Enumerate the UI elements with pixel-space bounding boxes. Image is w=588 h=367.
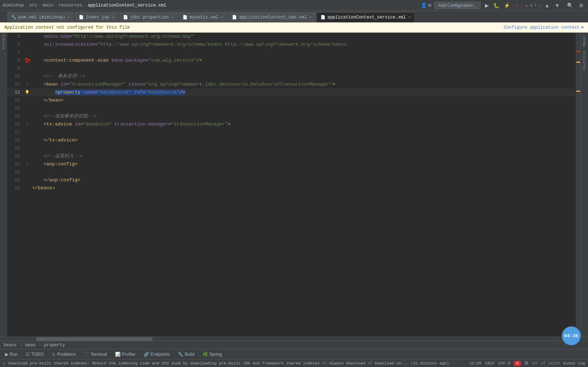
tab-todo[interactable]: ☑ TODO (22, 351, 47, 358)
line-content-20[interactable]: <!--设置织入--> (31, 152, 576, 160)
tab-build[interactable]: 🔧 Build (174, 351, 198, 358)
line-content-8[interactable]: <context:component-scan base-package="co… (31, 57, 576, 65)
line-num-18: 18 (7, 136, 24, 144)
maven-label[interactable]: Maven (582, 33, 587, 49)
error-count-area: ⊗ 1 ⚠ 1 ℹ 1 ▲ ▼ (514, 2, 563, 9)
chevron-down-icon[interactable]: ▼ (553, 2, 561, 9)
gear-icon[interactable]: ⚙ (577, 2, 585, 9)
encoding-display[interactable]: CRLF (485, 361, 495, 366)
breadcrumb-src[interactable]: src (29, 3, 37, 8)
line-content-18[interactable]: </tx:advice> (31, 136, 576, 144)
gutter-5 (24, 33, 31, 41)
tab-service[interactable]: 📄 applicationContext_service.xml × (317, 12, 415, 22)
tab-mybatis-label: mybatis.xml (189, 15, 218, 20)
configure-label[interactable]: Configure application context (504, 25, 580, 30)
code-line-18: 18 </tx:advice> (7, 136, 576, 144)
warning-badge[interactable]: ⚠ 1 (525, 3, 532, 8)
settings-icon[interactable]: ⚙ (581, 25, 584, 30)
horizontal-scrollbar[interactable] (0, 337, 588, 341)
endpoints-tab-icon: 🔗 (144, 352, 149, 357)
code-line-20: 20 <!--设置织入--> (7, 152, 576, 160)
charset-display[interactable]: UTF-8 (498, 361, 510, 366)
tab-mybatis[interactable]: 📄 mybatis.xml × (179, 12, 227, 22)
error-badge[interactable]: ⊗ 1 (516, 3, 523, 8)
info-badge[interactable]: ℹ 1 (535, 3, 541, 8)
tab-endpoints[interactable]: 🔗 Endpoints (140, 351, 173, 358)
line-content-10[interactable]: <!-- 事务管理--> (31, 73, 576, 81)
code-line-23: 23 </aop:config> (7, 176, 576, 184)
debug-button[interactable]: 🐛 (492, 2, 501, 9)
code-line-9: 9 (7, 65, 576, 73)
line-num-13: 13 (7, 96, 24, 104)
tab-index[interactable]: 📄 index.jsp × (75, 12, 118, 22)
structure-bean[interactable]: bean (25, 343, 36, 348)
line-content-12[interactable]: <property name="dataSource" ref="dataSou… (31, 88, 576, 96)
todo-tab-label: TODO (31, 352, 44, 357)
tab-dao[interactable]: 📄 applicationContext_dao.xml × (228, 12, 316, 22)
structure-beans[interactable]: beans (4, 343, 17, 348)
line-content-21[interactable]: <aop:config> (31, 160, 576, 168)
line-content-23[interactable]: </aop:config> (31, 176, 576, 184)
line-col-display[interactable]: 12:55 (470, 361, 482, 366)
line-content-15[interactable]: <!--添加事务的切面--> (31, 112, 576, 120)
tab-run[interactable]: ▶ Run (1, 351, 21, 358)
line-content-11[interactable]: <bean id="transactionManager" class="org… (31, 81, 576, 88)
tab-pom-close[interactable]: × (68, 15, 70, 20)
tab-jdbc[interactable]: 📄 jdbc.properties × (119, 12, 178, 22)
tab-pom[interactable]: 🔧 pom.xml (mimishop) × (7, 12, 74, 22)
line-content-16[interactable]: <tx:advice id="myadvice" transaction-man… (31, 120, 576, 128)
tab-mybatis-close[interactable]: × (221, 15, 224, 20)
project-label[interactable]: Project (2, 34, 6, 49)
breadcrumb-file[interactable]: applicationContext_service.xml (88, 3, 166, 8)
run-tab-icon: ▶ (5, 352, 8, 357)
line-content-7[interactable] (31, 49, 576, 57)
tab-index-close[interactable]: × (112, 15, 114, 20)
input-method-icon[interactable]: S (514, 361, 521, 366)
line-content-17[interactable] (31, 128, 576, 136)
line-content-5[interactable]: xmlns:aop="http://www.springframework.or… (31, 33, 576, 41)
line-content-9[interactable] (31, 65, 576, 73)
gutter-24 (24, 184, 31, 192)
clock-badge[interactable]: 04:36 (562, 326, 581, 345)
fold-icon-21[interactable]: ▽ (26, 160, 28, 168)
gutter-12: 💡 (24, 88, 31, 96)
line-content-19[interactable] (31, 144, 576, 152)
tab-dao-close[interactable]: × (309, 15, 312, 20)
tab-problems[interactable]: ⚠ Problems (48, 351, 79, 358)
line-num-7: 7 (7, 49, 24, 57)
tab-terminal[interactable]: ⬛ Terminal (80, 351, 110, 358)
code-line-12: 12 💡 <property name="dataSource" ref="da… (7, 88, 576, 96)
line-content-22[interactable] (31, 168, 576, 176)
breadcrumb-app[interactable]: mimishop (3, 3, 24, 8)
line-content-24[interactable]: </beans> (31, 184, 576, 192)
structure-property[interactable]: property (44, 343, 65, 348)
chevron-up-icon[interactable]: ▲ (543, 2, 551, 9)
search-icon[interactable]: 🔍 (565, 2, 575, 9)
build-tab-label: Build (185, 352, 195, 357)
scroll-panel[interactable] (576, 33, 581, 337)
line-content-6[interactable]: xsi:schemaLocation="http://www.springfra… (31, 41, 576, 49)
event-log-label[interactable]: Event Log (564, 361, 585, 366)
code-line-11: 11 ▽ <bean id="transactionManager" class… (7, 81, 576, 88)
run-config-button[interactable]: ⚡ (502, 2, 511, 9)
user-icon[interactable]: 👤 (421, 2, 427, 8)
line-content-13[interactable]: </bean> (31, 96, 576, 104)
scrollbar-h-thumb[interactable] (36, 337, 152, 341)
breadcrumb-resources[interactable]: resources (59, 3, 82, 8)
fold-icon-16[interactable]: ▽ (26, 120, 28, 128)
favorites-label[interactable]: Favorites (582, 49, 587, 73)
run-button[interactable]: ▶ (483, 2, 490, 9)
tab-spring[interactable]: 🌿 Spring (199, 351, 226, 358)
tab-service-close[interactable]: × (408, 15, 411, 20)
code-line-24: 24 </beans> (7, 184, 576, 192)
lang-display[interactable]: 英 (524, 360, 528, 366)
tab-jdbc-close[interactable]: × (172, 15, 174, 20)
configure-context-btn[interactable]: Configure application context ⚙ (504, 25, 584, 30)
settings-icon[interactable]: ⚙ (428, 2, 431, 8)
breadcrumb-main[interactable]: main (43, 3, 53, 8)
fold-icon-11[interactable]: ▽ (26, 81, 28, 88)
code-editor[interactable]: 5 xmlns:aop="http://www.springframework.… (7, 33, 576, 337)
add-config-button[interactable]: Add Configuration... (434, 2, 481, 9)
tab-profiler[interactable]: 📊 Profiler (111, 351, 139, 358)
line-content-14[interactable] (31, 104, 576, 112)
